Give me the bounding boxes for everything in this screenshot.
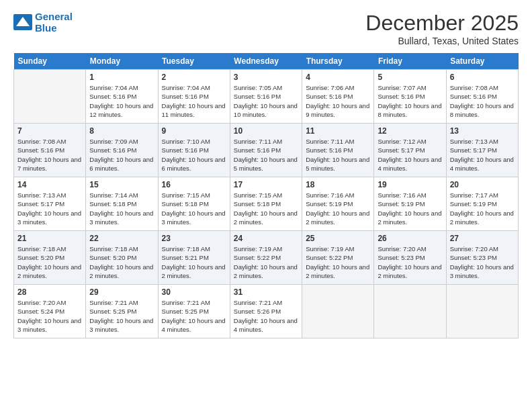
day-cell: 29Sunrise: 7:21 AMSunset: 5:25 PMDayligh… xyxy=(86,285,158,338)
day-number: 2 xyxy=(162,73,226,82)
day-cell xyxy=(446,285,518,338)
day-info: Sunrise: 7:13 AMSunset: 5:17 PMDaylight:… xyxy=(450,137,515,173)
day-header-tuesday: Tuesday xyxy=(158,53,230,70)
day-cell: 10Sunrise: 7:11 AMSunset: 5:16 PMDayligh… xyxy=(230,124,302,177)
day-number: 8 xyxy=(89,126,154,136)
day-info: Sunrise: 7:08 AMSunset: 5:16 PMDaylight:… xyxy=(17,137,82,173)
day-header-thursday: Thursday xyxy=(302,53,374,70)
day-info: Sunrise: 7:15 AMSunset: 5:18 PMDaylight:… xyxy=(162,191,226,226)
day-cell: 18Sunrise: 7:16 AMSunset: 5:19 PMDayligh… xyxy=(302,177,374,231)
day-number: 19 xyxy=(378,180,442,189)
header-row-days: SundayMondayTuesdayWednesdayThursdayFrid… xyxy=(14,53,519,70)
day-info: Sunrise: 7:11 AMSunset: 5:16 PMDaylight:… xyxy=(234,137,298,173)
day-cell: 21Sunrise: 7:18 AMSunset: 5:20 PMDayligh… xyxy=(14,231,86,285)
day-number: 10 xyxy=(234,126,298,136)
day-info: Sunrise: 7:19 AMSunset: 5:22 PMDaylight:… xyxy=(234,244,298,280)
day-info: Sunrise: 7:13 AMSunset: 5:17 PMDaylight:… xyxy=(17,191,82,226)
day-number: 9 xyxy=(162,126,226,136)
day-info: Sunrise: 7:11 AMSunset: 5:16 PMDaylight:… xyxy=(306,137,370,173)
day-info: Sunrise: 7:20 AMSunset: 5:23 PMDaylight:… xyxy=(378,244,442,280)
day-cell: 28Sunrise: 7:20 AMSunset: 5:24 PMDayligh… xyxy=(14,285,86,338)
day-cell: 20Sunrise: 7:17 AMSunset: 5:19 PMDayligh… xyxy=(446,177,518,231)
day-cell: 19Sunrise: 7:16 AMSunset: 5:19 PMDayligh… xyxy=(374,177,446,231)
day-number: 11 xyxy=(306,126,370,136)
svg-rect-2 xyxy=(21,22,25,26)
day-number: 30 xyxy=(162,287,226,297)
week-row-5: 28Sunrise: 7:20 AMSunset: 5:24 PMDayligh… xyxy=(14,285,519,338)
day-number: 13 xyxy=(450,126,515,136)
calendar-table: SundayMondayTuesdayWednesdayThursdayFrid… xyxy=(13,53,519,338)
day-info: Sunrise: 7:16 AMSunset: 5:19 PMDaylight:… xyxy=(306,191,370,226)
logo: General Blue xyxy=(13,11,73,34)
day-info: Sunrise: 7:14 AMSunset: 5:18 PMDaylight:… xyxy=(89,191,154,226)
day-cell xyxy=(302,285,374,338)
day-cell: 1Sunrise: 7:04 AMSunset: 5:16 PMDaylight… xyxy=(86,70,158,124)
day-cell: 13Sunrise: 7:13 AMSunset: 5:17 PMDayligh… xyxy=(446,124,518,177)
day-cell: 11Sunrise: 7:11 AMSunset: 5:16 PMDayligh… xyxy=(302,124,374,177)
week-row-4: 21Sunrise: 7:18 AMSunset: 5:20 PMDayligh… xyxy=(14,231,519,285)
day-cell: 6Sunrise: 7:08 AMSunset: 5:16 PMDaylight… xyxy=(446,70,518,124)
day-number: 26 xyxy=(378,234,442,243)
day-cell: 27Sunrise: 7:20 AMSunset: 5:23 PMDayligh… xyxy=(446,231,518,285)
day-cell: 25Sunrise: 7:19 AMSunset: 5:22 PMDayligh… xyxy=(302,231,374,285)
day-info: Sunrise: 7:21 AMSunset: 5:25 PMDaylight:… xyxy=(89,298,154,334)
day-number: 29 xyxy=(89,287,154,297)
day-header-friday: Friday xyxy=(374,53,446,70)
day-number: 17 xyxy=(234,180,298,189)
day-header-saturday: Saturday xyxy=(446,53,518,70)
day-info: Sunrise: 7:18 AMSunset: 5:20 PMDaylight:… xyxy=(17,244,82,280)
day-info: Sunrise: 7:20 AMSunset: 5:24 PMDaylight:… xyxy=(17,298,82,334)
location: Bullard, Texas, United States xyxy=(365,36,519,46)
day-info: Sunrise: 7:09 AMSunset: 5:16 PMDaylight:… xyxy=(89,137,154,173)
day-info: Sunrise: 7:05 AMSunset: 5:16 PMDaylight:… xyxy=(234,83,298,119)
day-info: Sunrise: 7:17 AMSunset: 5:19 PMDaylight:… xyxy=(450,191,515,226)
day-info: Sunrise: 7:18 AMSunset: 5:21 PMDaylight:… xyxy=(162,244,226,280)
day-info: Sunrise: 7:07 AMSunset: 5:16 PMDaylight:… xyxy=(378,83,442,119)
logo-text: General Blue xyxy=(35,11,73,34)
day-number: 27 xyxy=(450,234,515,243)
day-info: Sunrise: 7:04 AMSunset: 5:16 PMDaylight:… xyxy=(89,83,154,119)
day-cell: 30Sunrise: 7:21 AMSunset: 5:25 PMDayligh… xyxy=(158,285,230,338)
title-block: December 2025 Bullard, Texas, United Sta… xyxy=(365,11,519,46)
day-number: 31 xyxy=(234,287,298,297)
day-cell: 23Sunrise: 7:18 AMSunset: 5:21 PMDayligh… xyxy=(158,231,230,285)
day-cell: 17Sunrise: 7:15 AMSunset: 5:18 PMDayligh… xyxy=(230,177,302,231)
day-cell: 15Sunrise: 7:14 AMSunset: 5:18 PMDayligh… xyxy=(86,177,158,231)
day-info: Sunrise: 7:08 AMSunset: 5:16 PMDaylight:… xyxy=(450,83,515,119)
day-cell: 12Sunrise: 7:12 AMSunset: 5:17 PMDayligh… xyxy=(374,124,446,177)
calendar-container: General Blue December 2025 Bullard, Texa… xyxy=(0,0,532,345)
day-number: 12 xyxy=(378,126,442,136)
logo-line2: Blue xyxy=(35,22,73,34)
day-number: 23 xyxy=(162,234,226,243)
logo-line1: General xyxy=(35,11,73,22)
day-number: 1 xyxy=(89,73,154,82)
day-info: Sunrise: 7:15 AMSunset: 5:18 PMDaylight:… xyxy=(234,191,298,226)
day-cell: 3Sunrise: 7:05 AMSunset: 5:16 PMDaylight… xyxy=(230,70,302,124)
day-info: Sunrise: 7:18 AMSunset: 5:20 PMDaylight:… xyxy=(89,244,154,280)
day-cell xyxy=(14,70,86,124)
day-header-wednesday: Wednesday xyxy=(230,53,302,70)
day-number: 3 xyxy=(234,73,298,82)
day-number: 25 xyxy=(306,234,370,243)
day-cell: 26Sunrise: 7:20 AMSunset: 5:23 PMDayligh… xyxy=(374,231,446,285)
day-info: Sunrise: 7:21 AMSunset: 5:26 PMDaylight:… xyxy=(234,298,298,334)
day-number: 24 xyxy=(234,234,298,243)
header-row: General Blue December 2025 Bullard, Texa… xyxy=(13,11,519,46)
day-cell xyxy=(374,285,446,338)
week-row-1: 1Sunrise: 7:04 AMSunset: 5:16 PMDaylight… xyxy=(14,70,519,124)
day-number: 16 xyxy=(162,180,226,189)
day-number: 6 xyxy=(450,73,515,82)
day-number: 20 xyxy=(450,180,515,189)
day-number: 4 xyxy=(306,73,370,82)
day-number: 14 xyxy=(17,180,82,189)
day-info: Sunrise: 7:04 AMSunset: 5:16 PMDaylight:… xyxy=(162,83,226,119)
day-info: Sunrise: 7:10 AMSunset: 5:16 PMDaylight:… xyxy=(162,137,226,173)
day-cell: 8Sunrise: 7:09 AMSunset: 5:16 PMDaylight… xyxy=(86,124,158,177)
day-cell: 22Sunrise: 7:18 AMSunset: 5:20 PMDayligh… xyxy=(86,231,158,285)
day-cell: 7Sunrise: 7:08 AMSunset: 5:16 PMDaylight… xyxy=(14,124,86,177)
day-info: Sunrise: 7:21 AMSunset: 5:25 PMDaylight:… xyxy=(162,298,226,334)
day-number: 21 xyxy=(17,234,82,243)
month-title: December 2025 xyxy=(365,11,519,36)
day-cell: 31Sunrise: 7:21 AMSunset: 5:26 PMDayligh… xyxy=(230,285,302,338)
day-cell: 4Sunrise: 7:06 AMSunset: 5:16 PMDaylight… xyxy=(302,70,374,124)
